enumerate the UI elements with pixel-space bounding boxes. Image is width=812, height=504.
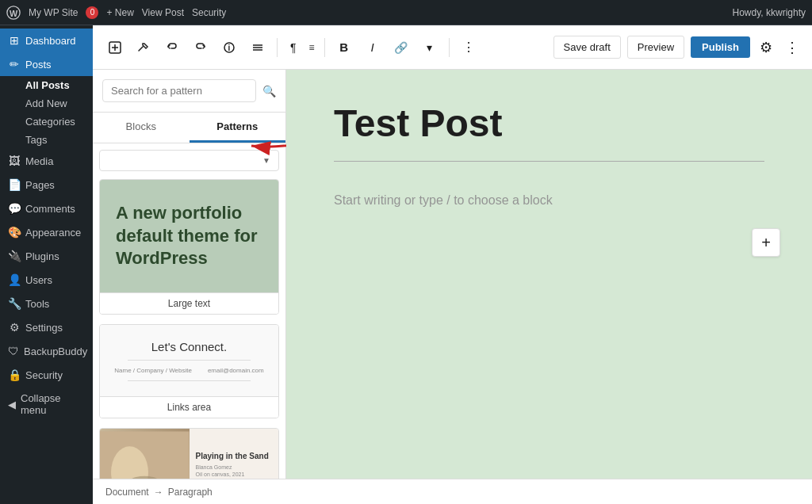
sidebar-item-users[interactable]: 👤 Users [0,268,93,292]
security-top-link[interactable]: Security [192,7,226,18]
post-placeholder[interactable]: Start writing or type / to choose a bloc… [334,193,764,208]
post-title[interactable]: Test Post [334,101,764,145]
paragraph-label[interactable]: Paragraph [168,487,213,498]
settings-icon: ⚙ [8,321,21,334]
new-content-link[interactable]: + New [106,7,133,18]
breadcrumb-arrow-icon: → [154,487,163,498]
collapse-icon: ◀ [8,399,16,410]
inserter-body: Twenty Twenty-One ▼ A new portfolio defa… [93,143,285,479]
info-button[interactable]: i [216,35,242,60]
inserter-panel: 🔍 Blocks Patterns Twenty Twenty-One ▼ [93,70,286,479]
post-divider [334,161,764,162]
sidebar-item-label: Dashboard [25,35,76,47]
settings-gear-button[interactable]: ⚙ [756,36,776,59]
pattern-preview-links: Let's Connect. Name / Company / Website … [100,325,278,396]
sidebar-item-plugins[interactable]: 🔌 Plugins [0,244,93,268]
undo-button[interactable] [159,35,185,60]
more-paragraph-button[interactable]: ≡ [306,35,318,60]
redo-button[interactable] [188,35,213,60]
collapse-label: Collapse menu [21,392,85,416]
links-item-2: email@domain.com [208,367,264,374]
pages-icon: 📄 [8,178,21,191]
pattern-label-links: Links area [100,396,278,418]
more-rich-text-button[interactable]: ▾ [417,35,442,60]
sidebar-sub-add-new[interactable]: Add New [0,94,93,113]
sidebar-sub-tags[interactable]: Tags [0,131,93,149]
link-button[interactable]: 🔗 [389,35,414,60]
main-layout: ⊞ Dashboard ✏ Posts All Posts Add New Ca… [0,25,812,504]
sidebar-item-label: Security [25,369,63,381]
sidebar-item-label: Comments [25,203,75,215]
pattern-card-media-text[interactable]: Playing in the Sand Blanca GomezOil on c… [99,428,279,479]
bold-button[interactable]: B [331,35,357,60]
search-icon: 🔍 [262,85,276,97]
tools-icon: 🔧 [8,297,21,310]
sidebar-item-appearance[interactable]: 🎨 Appearance [0,220,93,244]
add-block-inline-button[interactable]: + [752,228,780,257]
dropdown-arrow-icon: ▼ [262,156,270,165]
tools-button[interactable] [131,35,156,60]
security-icon: 🔒 [8,368,21,381]
media-text-headline: Playing in the Sand [196,452,273,460]
toolbar-right: Save draft Preview Publish ⚙ ⋮ [553,36,802,59]
publish-button[interactable]: Publish [691,36,750,58]
italic-button[interactable]: I [360,35,385,60]
block-options-button[interactable]: ⋮ [456,35,481,60]
svg-text:i: i [228,44,231,52]
editor-toolbar: i ¶ ≡ B I 🔗 ▾ ⋮ Save draft Previ [93,25,812,70]
theme-dropdown[interactable]: Twenty Twenty-One ▼ [99,150,279,171]
backupbuddy-icon: 🛡 [8,345,19,357]
media-text-image [100,429,190,479]
tab-patterns[interactable]: Patterns [190,113,286,143]
admin-bar-left: W My WP Site 0 + New View Post Security [6,6,226,20]
notification-count[interactable]: 0 [86,6,98,19]
sidebar-sub-categories[interactable]: Categories [0,113,93,131]
pattern-card-large-text[interactable]: A new portfolio default theme for WordPr… [99,179,279,315]
sidebar-item-security[interactable]: 🔒 Security [0,363,93,387]
admin-bar: W My WP Site 0 + New View Post Security … [0,0,812,25]
media-text-content: Playing in the Sand Blanca GomezOil on c… [190,429,279,479]
sidebar-item-label: Appearance [25,227,81,239]
view-post-link[interactable]: View Post [142,7,184,18]
theme-name: Twenty Twenty-One [108,155,199,166]
links-preview-title: Let's Connect. [151,340,227,353]
sidebar-item-dashboard[interactable]: ⊞ Dashboard [0,29,93,52]
inserter-search-area: 🔍 [93,70,285,113]
sidebar-item-posts[interactable]: ✏ Posts [0,52,93,76]
pattern-label-large-text: Large text [100,292,278,314]
sidebar-item-tools[interactable]: 🔧 Tools [0,292,93,315]
post-editor[interactable]: Test Post Start writing or type / to cho… [286,70,812,479]
media-icon: 🖼 [8,155,21,167]
document-label[interactable]: Document [105,487,149,498]
sidebar-item-label: Posts [25,59,52,71]
sidebar-item-backupbuddy[interactable]: 🛡 BackupBuddy [0,339,93,363]
sidebar-item-media[interactable]: 🖼 Media [0,149,93,173]
plugins-icon: 🔌 [8,250,21,262]
tab-blocks[interactable]: Blocks [93,113,190,143]
all-posts-label: All Posts [25,79,70,91]
preview-button[interactable]: Preview [627,36,684,59]
pattern-card-links-area[interactable]: Let's Connect. Name / Company / Website … [99,324,279,418]
add-block-button[interactable] [102,35,128,60]
add-new-label: Add New [25,97,67,109]
posts-icon: ✏ [8,58,21,71]
toolbar-separator-3 [449,38,450,57]
sidebar-item-comments[interactable]: 💬 Comments [0,197,93,220]
sidebar: ⊞ Dashboard ✏ Posts All Posts Add New Ca… [0,25,93,504]
tags-label: Tags [25,134,47,146]
save-draft-button[interactable]: Save draft [553,36,621,59]
inserter-wrapper: 🔍 Blocks Patterns Twenty Twenty-One ▼ [93,70,286,479]
sidebar-sub-all-posts[interactable]: All Posts [0,76,93,94]
collapse-menu-button[interactable]: ◀ Collapse menu [0,387,93,422]
search-pattern-input[interactable] [102,79,256,102]
categories-label: Categories [25,116,75,128]
howdy-label: Howdy, kkwrighty [733,7,806,18]
sidebar-item-settings[interactable]: ⚙ Settings [0,315,93,339]
paragraph-button[interactable]: ¶ [284,35,303,60]
sidebar-item-pages[interactable]: 📄 Pages [0,173,93,197]
list-view-button[interactable] [245,35,270,60]
site-name[interactable]: My WP Site [29,7,78,18]
pattern-preview-media-text: Playing in the Sand Blanca GomezOil on c… [100,429,278,479]
more-options-button[interactable]: ⋮ [782,36,802,59]
sidebar-item-label: Users [25,274,52,286]
